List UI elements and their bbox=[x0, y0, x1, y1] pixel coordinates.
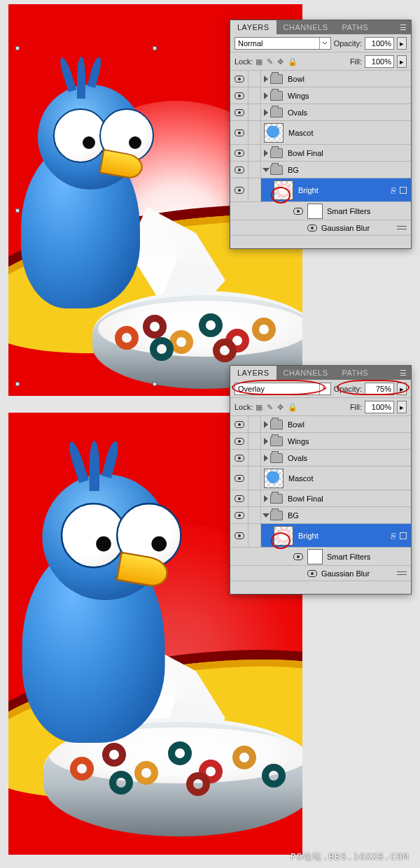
visibility-toggle[interactable] bbox=[230, 433, 248, 449]
layers-panel: LAYERS CHANNELS PATHS ☰ Overlay Opacity:… bbox=[230, 365, 412, 595]
transform-handle[interactable] bbox=[15, 208, 20, 213]
fill-value: 100% bbox=[372, 403, 391, 411]
lock-pixels-icon[interactable]: ✎ bbox=[267, 57, 273, 66]
blend-mode-value: Overlay bbox=[238, 385, 265, 393]
transform-handle[interactable] bbox=[15, 46, 20, 50]
layer-list: Bowl Wings Ovals Mascot Bowl Final BG bbox=[230, 416, 411, 594]
lock-all-icon[interactable]: 🔒 bbox=[288, 403, 298, 412]
opacity-value: 75% bbox=[376, 385, 391, 393]
filter-popup-icon[interactable] bbox=[400, 187, 407, 194]
transform-handle[interactable] bbox=[153, 46, 157, 50]
layer-row-bowl-final[interactable]: Bowl Final bbox=[230, 490, 411, 507]
filter-gaussian-row[interactable]: Gaussian Blur bbox=[230, 566, 411, 581]
blend-row: Overlay Opacity: 75% ▸ bbox=[230, 380, 411, 398]
blend-mode-select[interactable]: Overlay bbox=[234, 383, 331, 395]
lock-label: Lock: bbox=[234, 57, 253, 66]
eye-icon[interactable] bbox=[293, 553, 303, 560]
layer-row-wings[interactable]: Wings bbox=[230, 433, 411, 450]
visibility-toggle[interactable] bbox=[230, 507, 248, 523]
visibility-toggle[interactable] bbox=[230, 104, 248, 120]
layer-row-mascot[interactable]: Mascot bbox=[230, 121, 411, 145]
panel-tabs: LAYERS CHANNELS PATHS ☰ bbox=[230, 366, 411, 380]
tab-paths[interactable]: PATHS bbox=[335, 366, 376, 380]
lock-transparent-icon[interactable]: ▦ bbox=[255, 57, 262, 66]
blend-row: Normal Opacity: 100% ▸ bbox=[230, 34, 411, 52]
opacity-field[interactable]: 75% bbox=[365, 383, 394, 395]
layer-row-bowl[interactable]: Bowl bbox=[230, 416, 411, 433]
opacity-field[interactable]: 100% bbox=[365, 37, 394, 50]
transform-handle[interactable] bbox=[153, 382, 157, 386]
blend-mode-select[interactable]: Normal bbox=[234, 37, 331, 50]
tab-layers[interactable]: LAYERS bbox=[230, 20, 276, 34]
fill-stepper[interactable]: ▸ bbox=[397, 55, 407, 68]
filter-options-icon[interactable] bbox=[397, 225, 407, 232]
layer-row-bowl-final[interactable]: Bowl Final bbox=[230, 145, 411, 162]
fill-field[interactable]: 100% bbox=[365, 55, 394, 68]
visibility-toggle[interactable] bbox=[230, 145, 248, 161]
layer-thumb bbox=[274, 180, 293, 200]
bird-mascot bbox=[15, 457, 225, 743]
lock-all-icon[interactable]: 🔒 bbox=[288, 57, 298, 66]
eye-icon[interactable] bbox=[307, 225, 317, 232]
eye-icon[interactable] bbox=[307, 570, 317, 577]
smart-object-badge: ⎘ bbox=[391, 186, 396, 194]
lock-transparent-icon[interactable]: ▦ bbox=[255, 403, 262, 412]
visibility-toggle[interactable] bbox=[230, 490, 248, 506]
watermark: PS论坛.BBS.16XX8.COM bbox=[290, 852, 409, 861]
opacity-stepper[interactable]: ▸ bbox=[397, 383, 407, 395]
opacity-stepper[interactable]: ▸ bbox=[397, 37, 407, 50]
fill-label: Fill: bbox=[350, 57, 362, 66]
lock-position-icon[interactable]: ✥ bbox=[277, 57, 284, 66]
layer-row-bright[interactable]: Bright ⎘ bbox=[230, 178, 411, 202]
filter-options-icon[interactable] bbox=[397, 570, 407, 577]
layers-panel: LAYERS CHANNELS PATHS ☰ Normal Opacity: … bbox=[230, 20, 412, 249]
layer-row-bg[interactable]: BG bbox=[230, 162, 411, 178]
visibility-toggle[interactable] bbox=[230, 467, 248, 490]
layer-thumb bbox=[264, 123, 284, 143]
fill-label: Fill: bbox=[350, 403, 362, 411]
eye-icon[interactable] bbox=[293, 208, 303, 215]
lock-position-icon[interactable]: ✥ bbox=[277, 403, 284, 412]
layer-row-ovals[interactable]: Ovals bbox=[230, 450, 411, 467]
eye-icon bbox=[234, 76, 244, 83]
tab-paths[interactable]: PATHS bbox=[335, 20, 376, 34]
filter-gaussian-row[interactable]: Gaussian Blur bbox=[230, 220, 411, 236]
visibility-toggle[interactable] bbox=[230, 450, 248, 466]
tab-layers[interactable]: LAYERS bbox=[230, 366, 276, 380]
panel-tabs: LAYERS CHANNELS PATHS ☰ bbox=[230, 20, 411, 34]
opacity-label: Opacity: bbox=[334, 39, 362, 48]
layer-row-bg[interactable]: BG bbox=[230, 507, 411, 524]
opacity-value: 100% bbox=[372, 39, 391, 48]
tab-channels[interactable]: CHANNELS bbox=[276, 20, 335, 34]
lock-label: Lock: bbox=[234, 403, 253, 411]
layer-row-bowl[interactable]: Bowl bbox=[230, 71, 411, 87]
smart-object-badge: ⎘ bbox=[391, 532, 396, 540]
smart-filters-row[interactable]: Smart Filters bbox=[230, 548, 411, 566]
visibility-toggle[interactable] bbox=[230, 162, 248, 178]
layer-row-bright[interactable]: Bright ⎘ bbox=[230, 524, 411, 548]
filter-popup-icon[interactable] bbox=[400, 532, 407, 539]
visibility-toggle[interactable] bbox=[230, 71, 248, 87]
panel-menu-icon[interactable]: ☰ bbox=[396, 21, 411, 34]
visibility-toggle[interactable] bbox=[230, 121, 248, 144]
tab-channels[interactable]: CHANNELS bbox=[276, 366, 335, 380]
visibility-toggle[interactable] bbox=[230, 178, 248, 201]
lock-row: Lock: ▦ ✎ ✥ 🔒 Fill: 100% ▸ bbox=[230, 52, 411, 71]
layer-row-wings[interactable]: Wings bbox=[230, 87, 411, 104]
chevron-down-icon bbox=[319, 383, 330, 394]
fill-stepper[interactable]: ▸ bbox=[397, 401, 407, 413]
lock-pixels-icon[interactable]: ✎ bbox=[267, 403, 273, 412]
bird-mascot bbox=[15, 71, 190, 308]
layer-row-mascot[interactable]: Mascot bbox=[230, 467, 411, 490]
opacity-label: Opacity: bbox=[334, 385, 362, 393]
panel-menu-icon[interactable]: ☰ bbox=[396, 367, 411, 380]
visibility-toggle[interactable] bbox=[230, 416, 248, 432]
visibility-toggle[interactable] bbox=[230, 524, 248, 547]
visibility-toggle[interactable] bbox=[230, 87, 248, 104]
layer-row-ovals[interactable]: Ovals bbox=[230, 104, 411, 121]
smart-filters-row[interactable]: Smart Filters bbox=[230, 202, 411, 220]
transform-handle[interactable] bbox=[15, 382, 20, 386]
fill-field[interactable]: 100% bbox=[365, 401, 394, 413]
folder-icon bbox=[270, 74, 283, 84]
blend-mode-value: Normal bbox=[238, 39, 262, 48]
